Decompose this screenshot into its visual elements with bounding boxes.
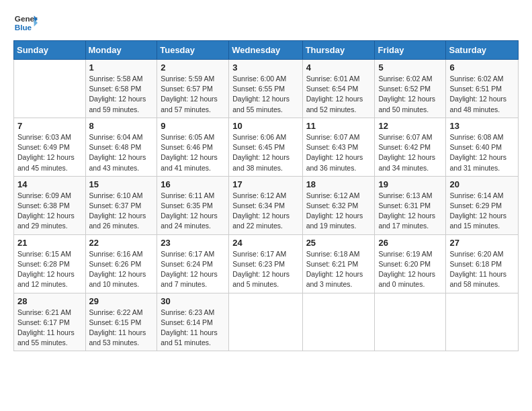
day-number: 4 bbox=[306, 62, 371, 73]
day-info: Sunrise: 6:21 AMSunset: 6:17 PMDaylight:… bbox=[17, 308, 82, 349]
day-number: 10 bbox=[232, 121, 298, 131]
calendar-week-row: 7Sunrise: 6:03 AMSunset: 6:49 PMDaylight… bbox=[14, 118, 519, 176]
day-info: Sunrise: 6:00 AMSunset: 6:55 PMDaylight:… bbox=[232, 74, 298, 115]
calendar-week-row: 28Sunrise: 6:21 AMSunset: 6:17 PMDayligh… bbox=[14, 293, 519, 351]
calendar-cell: 1Sunrise: 5:58 AMSunset: 6:58 PMDaylight… bbox=[85, 60, 157, 118]
day-info: Sunrise: 6:09 AMSunset: 6:38 PMDaylight:… bbox=[17, 191, 82, 232]
day-number: 11 bbox=[306, 121, 371, 131]
calendar-cell: 13Sunrise: 6:08 AMSunset: 6:40 PMDayligh… bbox=[446, 118, 519, 176]
calendar-cell: 23Sunrise: 6:17 AMSunset: 6:24 PMDayligh… bbox=[157, 234, 229, 293]
calendar-cell bbox=[229, 293, 302, 351]
calendar-week-row: 14Sunrise: 6:09 AMSunset: 6:38 PMDayligh… bbox=[14, 176, 519, 234]
day-info: Sunrise: 6:12 AMSunset: 6:32 PMDaylight:… bbox=[306, 191, 371, 232]
day-info: Sunrise: 6:22 AMSunset: 6:15 PMDaylight:… bbox=[89, 308, 154, 349]
day-number: 20 bbox=[449, 179, 515, 189]
day-number: 15 bbox=[89, 179, 154, 189]
calendar-cell: 24Sunrise: 6:17 AMSunset: 6:23 PMDayligh… bbox=[229, 234, 302, 293]
day-number: 8 bbox=[89, 121, 154, 131]
calendar-cell: 27Sunrise: 6:20 AMSunset: 6:18 PMDayligh… bbox=[446, 234, 519, 293]
day-info: Sunrise: 6:16 AMSunset: 6:26 PMDaylight:… bbox=[89, 249, 154, 290]
day-info: Sunrise: 6:04 AMSunset: 6:48 PMDaylight:… bbox=[89, 132, 154, 173]
calendar-cell: 8Sunrise: 6:04 AMSunset: 6:48 PMDaylight… bbox=[85, 118, 157, 176]
day-number: 16 bbox=[161, 179, 225, 189]
day-info: Sunrise: 6:23 AMSunset: 6:14 PMDaylight:… bbox=[161, 308, 225, 349]
calendar-cell: 18Sunrise: 6:12 AMSunset: 6:32 PMDayligh… bbox=[302, 176, 375, 234]
calendar-cell: 21Sunrise: 6:15 AMSunset: 6:28 PMDayligh… bbox=[14, 234, 86, 293]
day-info: Sunrise: 6:07 AMSunset: 6:42 PMDaylight:… bbox=[378, 132, 442, 173]
day-number: 13 bbox=[449, 121, 515, 131]
calendar-cell: 17Sunrise: 6:12 AMSunset: 6:34 PMDayligh… bbox=[229, 176, 302, 234]
calendar-cell: 11Sunrise: 6:07 AMSunset: 6:43 PMDayligh… bbox=[302, 118, 375, 176]
day-info: Sunrise: 5:58 AMSunset: 6:58 PMDaylight:… bbox=[89, 74, 154, 115]
day-number: 21 bbox=[17, 238, 82, 248]
day-number: 5 bbox=[378, 62, 442, 73]
calendar-cell: 9Sunrise: 6:05 AMSunset: 6:46 PMDaylight… bbox=[157, 118, 229, 176]
calendar-cell: 29Sunrise: 6:22 AMSunset: 6:15 PMDayligh… bbox=[85, 293, 157, 351]
day-number: 6 bbox=[449, 62, 515, 73]
day-header-wednesday: Wednesday bbox=[229, 41, 302, 60]
day-info: Sunrise: 6:02 AMSunset: 6:51 PMDaylight:… bbox=[449, 74, 515, 115]
day-number: 3 bbox=[232, 62, 298, 73]
day-header-thursday: Thursday bbox=[302, 41, 375, 60]
calendar-cell: 10Sunrise: 6:06 AMSunset: 6:45 PMDayligh… bbox=[229, 118, 302, 176]
calendar-cell: 25Sunrise: 6:18 AMSunset: 6:21 PMDayligh… bbox=[302, 234, 375, 293]
calendar-cell: 19Sunrise: 6:13 AMSunset: 6:31 PMDayligh… bbox=[375, 176, 446, 234]
day-info: Sunrise: 6:17 AMSunset: 6:24 PMDaylight:… bbox=[161, 249, 225, 290]
day-info: Sunrise: 6:20 AMSunset: 6:18 PMDaylight:… bbox=[449, 249, 515, 290]
day-number: 14 bbox=[17, 179, 82, 189]
calendar-cell: 28Sunrise: 6:21 AMSunset: 6:17 PMDayligh… bbox=[14, 293, 86, 351]
day-number: 22 bbox=[89, 238, 154, 248]
day-number: 2 bbox=[161, 62, 225, 73]
calendar-cell: 6Sunrise: 6:02 AMSunset: 6:51 PMDaylight… bbox=[446, 60, 519, 118]
day-number: 1 bbox=[89, 62, 154, 73]
day-number: 9 bbox=[161, 121, 225, 131]
calendar-cell: 26Sunrise: 6:19 AMSunset: 6:20 PMDayligh… bbox=[375, 234, 446, 293]
logo-icon: General Blue bbox=[13, 11, 38, 35]
day-info: Sunrise: 6:10 AMSunset: 6:37 PMDaylight:… bbox=[89, 191, 154, 232]
calendar-cell bbox=[446, 293, 519, 351]
calendar-cell bbox=[375, 293, 446, 351]
day-number: 19 bbox=[378, 179, 442, 189]
day-number: 30 bbox=[161, 296, 225, 306]
day-info: Sunrise: 6:19 AMSunset: 6:20 PMDaylight:… bbox=[378, 249, 442, 290]
day-header-saturday: Saturday bbox=[446, 41, 519, 60]
calendar-cell: 14Sunrise: 6:09 AMSunset: 6:38 PMDayligh… bbox=[14, 176, 86, 234]
day-number: 17 bbox=[232, 179, 298, 189]
calendar-cell: 3Sunrise: 6:00 AMSunset: 6:55 PMDaylight… bbox=[229, 60, 302, 118]
calendar-table: SundayMondayTuesdayWednesdayThursdayFrid… bbox=[13, 40, 519, 351]
calendar-cell: 7Sunrise: 6:03 AMSunset: 6:49 PMDaylight… bbox=[14, 118, 86, 176]
day-info: Sunrise: 6:15 AMSunset: 6:28 PMDaylight:… bbox=[17, 249, 82, 290]
day-number: 18 bbox=[306, 179, 371, 189]
day-header-monday: Monday bbox=[85, 41, 157, 60]
day-number: 26 bbox=[378, 238, 442, 248]
day-info: Sunrise: 6:05 AMSunset: 6:46 PMDaylight:… bbox=[161, 132, 225, 173]
day-info: Sunrise: 6:01 AMSunset: 6:54 PMDaylight:… bbox=[306, 74, 371, 115]
day-info: Sunrise: 6:14 AMSunset: 6:29 PMDaylight:… bbox=[449, 191, 515, 232]
day-info: Sunrise: 6:02 AMSunset: 6:52 PMDaylight:… bbox=[378, 74, 442, 115]
calendar-cell: 5Sunrise: 6:02 AMSunset: 6:52 PMDaylight… bbox=[375, 60, 446, 118]
day-number: 25 bbox=[306, 238, 371, 248]
calendar-cell: 15Sunrise: 6:10 AMSunset: 6:37 PMDayligh… bbox=[85, 176, 157, 234]
svg-text:Blue: Blue bbox=[15, 23, 32, 32]
logo: General Blue bbox=[13, 11, 38, 35]
calendar-cell: 30Sunrise: 6:23 AMSunset: 6:14 PMDayligh… bbox=[157, 293, 229, 351]
calendar-header-row: SundayMondayTuesdayWednesdayThursdayFrid… bbox=[14, 41, 519, 60]
calendar-cell bbox=[14, 60, 86, 118]
calendar-week-row: 21Sunrise: 6:15 AMSunset: 6:28 PMDayligh… bbox=[14, 234, 519, 293]
day-info: Sunrise: 5:59 AMSunset: 6:57 PMDaylight:… bbox=[161, 74, 225, 115]
day-number: 28 bbox=[17, 296, 82, 306]
calendar-cell: 12Sunrise: 6:07 AMSunset: 6:42 PMDayligh… bbox=[375, 118, 446, 176]
calendar-cell bbox=[302, 293, 375, 351]
day-number: 23 bbox=[161, 238, 225, 248]
day-info: Sunrise: 6:17 AMSunset: 6:23 PMDaylight:… bbox=[232, 249, 298, 290]
day-info: Sunrise: 6:18 AMSunset: 6:21 PMDaylight:… bbox=[306, 249, 371, 290]
calendar-cell: 16Sunrise: 6:11 AMSunset: 6:35 PMDayligh… bbox=[157, 176, 229, 234]
calendar-cell: 20Sunrise: 6:14 AMSunset: 6:29 PMDayligh… bbox=[446, 176, 519, 234]
day-number: 27 bbox=[449, 238, 515, 248]
day-info: Sunrise: 6:07 AMSunset: 6:43 PMDaylight:… bbox=[306, 132, 371, 173]
day-info: Sunrise: 6:11 AMSunset: 6:35 PMDaylight:… bbox=[161, 191, 225, 232]
day-info: Sunrise: 6:03 AMSunset: 6:49 PMDaylight:… bbox=[17, 132, 82, 173]
calendar-cell: 22Sunrise: 6:16 AMSunset: 6:26 PMDayligh… bbox=[85, 234, 157, 293]
day-header-tuesday: Tuesday bbox=[157, 41, 229, 60]
day-number: 12 bbox=[378, 121, 442, 131]
